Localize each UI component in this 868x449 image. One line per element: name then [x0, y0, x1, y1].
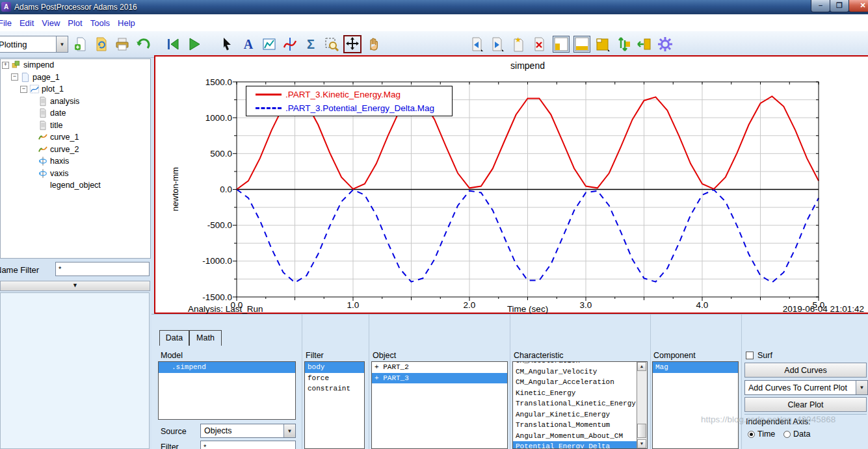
list-item[interactable]: Potential_Energy_Delta — [513, 441, 647, 449]
text-tool-icon[interactable]: A — [240, 36, 257, 53]
scroll-down-icon[interactable]: ▼ — [637, 439, 646, 448]
model-list[interactable]: .simpend — [158, 361, 296, 420]
layout-left-icon[interactable] — [553, 36, 570, 53]
tree-item-legend_object[interactable]: legend_object — [1, 179, 150, 192]
layout-full-icon[interactable] — [594, 36, 611, 53]
first-frame-icon[interactable] — [164, 36, 181, 53]
list-item[interactable]: Translational_Kinetic_Energy — [513, 398, 647, 409]
maximize-button[interactable]: ❐ — [830, 0, 849, 12]
tree-item-curve_2[interactable]: curve_2 — [1, 144, 150, 156]
plot-view[interactable]: 0.01.02.03.04.05.0-1500.0-1000.0-500.00.… — [154, 55, 868, 314]
surf-checkbox[interactable] — [746, 352, 754, 359]
minimize-button[interactable]: – — [811, 0, 830, 12]
print-icon[interactable] — [114, 36, 131, 53]
list-item[interactable]: CM_Angular_Velocity — [513, 366, 647, 378]
page-icon — [20, 72, 31, 83]
layout-bottom-icon[interactable] — [573, 36, 590, 53]
independent-axis-time[interactable]: Time — [748, 430, 775, 439]
dock-left-icon[interactable] — [636, 36, 653, 53]
list-item[interactable]: CM_Acceleration — [513, 361, 647, 366]
list-item[interactable]: Angular_Momentum_About_CM — [513, 431, 647, 442]
list-item[interactable]: Translational_Momentum — [513, 420, 647, 431]
new-plot-page-icon[interactable]: ★ — [510, 36, 527, 53]
collapse-button[interactable]: ▼ — [0, 281, 150, 291]
tree-item-simpend[interactable]: +simpend — [1, 59, 150, 71]
tree-item-haxis[interactable]: haxis — [1, 155, 150, 168]
source-select[interactable]: Objects ▼ — [200, 424, 296, 438]
list-item[interactable]: + PART_2 — [372, 362, 507, 373]
next-page-icon[interactable] — [489, 36, 506, 53]
hand-tool-icon[interactable] — [365, 36, 382, 53]
tree-item-curve_1[interactable]: curve_1 — [1, 131, 150, 144]
legend-entry-label: .PART_3.Potential_Energy_Delta.Mag — [285, 103, 434, 113]
undo-icon[interactable] — [135, 36, 151, 53]
zoom-area-icon[interactable] — [323, 36, 340, 53]
chevron-down-icon[interactable]: ▼ — [283, 424, 295, 437]
component-list[interactable]: Mag — [652, 361, 739, 449]
expand-icon[interactable]: + — [2, 62, 9, 69]
sum-tool-icon[interactable]: Σ — [302, 36, 319, 53]
new-page-icon[interactable] — [72, 36, 89, 53]
collapse-icon[interactable]: − — [20, 86, 27, 93]
list-item[interactable]: + PART_3 — [372, 373, 507, 384]
settings-icon[interactable] — [657, 36, 674, 53]
tab-math[interactable]: Math — [189, 330, 222, 346]
tree-item-label: simpend — [23, 60, 54, 70]
tree-item-title[interactable]: title — [1, 120, 150, 132]
menu-file[interactable]: File — [0, 18, 16, 28]
svg-text:0.0: 0.0 — [220, 185, 232, 194]
clear-plot-button[interactable]: Clear Plot — [744, 397, 867, 412]
independent-axis-data[interactable]: Data — [783, 430, 810, 439]
name-filter-input[interactable] — [55, 262, 150, 276]
divider — [369, 314, 369, 449]
none-icon — [38, 180, 48, 190]
filter-field-input[interactable] — [200, 441, 296, 449]
pan-tool-icon[interactable] — [344, 36, 361, 53]
play-icon[interactable] — [185, 36, 202, 53]
list-item[interactable]: body — [305, 362, 364, 373]
menu-tools[interactable]: Tools — [86, 18, 114, 28]
mode-select[interactable]: Plotting ▼ — [0, 36, 68, 53]
collapse-icon[interactable]: − — [11, 73, 18, 81]
data-radio[interactable] — [783, 431, 791, 438]
scroll-up-icon[interactable]: ▲ — [637, 362, 646, 371]
tree-item-analysis[interactable]: analysis — [1, 96, 150, 108]
menu-view[interactable]: View — [38, 18, 64, 28]
menu-edit[interactable]: Edit — [16, 18, 38, 28]
tab-data[interactable]: Data — [159, 330, 189, 346]
add-curves-button[interactable]: Add Curves — [744, 363, 867, 378]
plot-tool-icon[interactable] — [261, 36, 278, 53]
tree-item-vaxis[interactable]: vaxis — [1, 168, 150, 180]
list-item[interactable]: Angular_Kinetic_Energy — [513, 409, 647, 420]
menu-plot[interactable]: Plot — [64, 18, 86, 28]
list-item[interactable]: .simpend — [159, 362, 295, 373]
list-item[interactable]: Kinetic_Energy — [513, 388, 647, 399]
x-axis-label: Time (sec) — [237, 304, 819, 314]
delete-page-icon[interactable] — [531, 36, 547, 53]
tree-item-page_1[interactable]: −page_1 — [1, 71, 150, 84]
chevron-down-icon[interactable]: ▼ — [856, 381, 867, 394]
add-mode-select[interactable]: Add Curves To Current Plot ▼ — [744, 380, 868, 395]
scrollbar-thumb[interactable] — [637, 424, 646, 438]
tree-item-date[interactable]: date — [1, 107, 150, 120]
scrollbar[interactable]: ▲ ▼ — [637, 362, 647, 448]
time-radio[interactable] — [748, 431, 755, 438]
list-item[interactable]: force — [305, 373, 364, 384]
swap-view-icon[interactable] — [615, 36, 632, 53]
tree-item-plot_1[interactable]: −plot_1 — [1, 83, 150, 96]
menu-help[interactable]: Help — [114, 18, 139, 28]
characteristic-list[interactable]: ▲ ▼ CM_AccelerationCM_Angular_VelocityCM… — [512, 361, 648, 449]
property-panel — [0, 292, 150, 449]
refresh-icon[interactable] — [93, 36, 110, 53]
prev-page-icon[interactable] — [468, 36, 485, 53]
list-item[interactable]: Mag — [653, 362, 738, 373]
list-item[interactable]: constraint — [305, 383, 364, 394]
select-cursor-icon[interactable] — [219, 36, 236, 53]
curve-edit-icon[interactable] — [282, 36, 298, 53]
object-list[interactable]: + PART_2+ PART_3 — [371, 361, 508, 449]
chevron-down-icon[interactable]: ▼ — [56, 36, 68, 52]
svg-text:A: A — [244, 37, 254, 51]
close-button[interactable]: ✕ — [848, 0, 868, 12]
list-item[interactable]: CM_Angular_Acceleration — [513, 377, 647, 388]
filter-list[interactable]: bodyforceconstraint — [304, 361, 365, 449]
